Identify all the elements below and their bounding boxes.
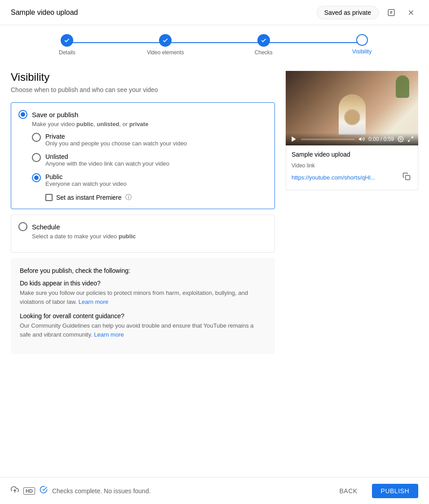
unlisted-radio[interactable] <box>32 153 41 162</box>
progress-bar-container[interactable] <box>301 139 355 140</box>
unlisted-desc: Anyone with the video link can watch you… <box>45 160 169 167</box>
private-option-text: Private Only you and people you choose c… <box>45 133 187 147</box>
private-option[interactable]: Private Only you and people you choose c… <box>32 133 267 147</box>
private-text: private <box>129 121 149 127</box>
save-or-publish-radio[interactable] <box>18 110 27 119</box>
close-button[interactable] <box>404 5 418 20</box>
volume-button[interactable] <box>358 136 365 142</box>
alert-icon <box>387 9 395 17</box>
video-head <box>344 109 360 125</box>
save-or-publish-card[interactable]: Save or publish Make your video public, … <box>11 102 275 209</box>
bottom-left: HD Checks complete. No issues found. <box>11 486 150 496</box>
checklist-item-kids: Do kids appear in this video? Make sure … <box>20 280 266 306</box>
video-link-url[interactable]: https://youtube.com/shorts/qHl... <box>292 174 397 181</box>
schedule-radio[interactable] <box>18 222 27 231</box>
video-controls: 0:00 / 0:59 <box>286 133 418 145</box>
video-plant <box>396 75 409 98</box>
checklist-title: Before you publish, check the following: <box>20 267 266 274</box>
step-video-elements[interactable]: Video elements <box>116 34 215 56</box>
checklist-box: Before you publish, check the following:… <box>11 258 275 354</box>
play-button[interactable] <box>290 136 297 143</box>
step-circle-checks <box>257 34 270 47</box>
schedule-public-text: public <box>119 233 136 240</box>
svg-marker-6 <box>292 136 296 142</box>
checks-complete-icon <box>40 486 48 496</box>
video-container: 0:00 / 0:59 <box>286 71 418 145</box>
left-panel: Visibility Choose when to publish and wh… <box>11 71 275 482</box>
settings-icon <box>398 136 404 142</box>
copy-link-button[interactable] <box>401 171 412 184</box>
video-preview-title: Sample video upload <box>292 151 412 158</box>
schedule-label: Schedule <box>32 223 60 231</box>
step-label-video-elements: Video elements <box>147 49 184 56</box>
checklist-item-kids-desc: Make sure you follow our policies to pro… <box>20 289 266 306</box>
header-right: Saved as private <box>317 5 418 20</box>
unlisted-option[interactable]: Unlisted Anyone with the video link can … <box>32 153 267 167</box>
radio-inner <box>21 112 25 117</box>
private-desc: Only you and people you choose can watch… <box>45 140 187 147</box>
schedule-subtitle: Select a date to make your video public <box>32 233 267 240</box>
public-option[interactable]: Public Everyone can watch your video <box>32 173 267 187</box>
content-desc-text: Our Community Guidelines can help you av… <box>20 322 254 338</box>
play-icon <box>290 136 297 143</box>
page-title: Visibility <box>11 71 275 83</box>
kids-desc-text: Make sure you follow our policies to pro… <box>20 289 248 305</box>
svg-point-8 <box>400 138 402 140</box>
public-option-text: Public Everyone can watch your video <box>45 173 127 187</box>
fullscreen-icon <box>407 136 414 142</box>
svg-rect-11 <box>406 175 410 180</box>
public-radio[interactable] <box>32 173 41 182</box>
schedule-card[interactable]: Schedule Select a date to make your vide… <box>11 215 275 253</box>
svg-line-10 <box>408 140 410 141</box>
visibility-sub-options: Private Only you and people you choose c… <box>32 133 267 202</box>
right-panel: 0:00 / 0:59 Sample video upload Video li… <box>286 71 418 482</box>
time-display: 0:00 / 0:59 <box>368 136 394 142</box>
step-circle-video-elements <box>159 34 172 47</box>
bottom-right: BACK PUBLISH <box>332 484 418 498</box>
volume-icon <box>358 136 365 142</box>
learn-more-kids-link[interactable]: Learn more <box>79 298 108 305</box>
step-checks[interactable]: Checks <box>215 34 313 56</box>
fullscreen-button[interactable] <box>407 136 414 142</box>
video-link-label: Video link <box>292 162 412 169</box>
step-label-details: Details <box>59 49 75 56</box>
video-info: Sample video upload Video link https://y… <box>286 145 418 190</box>
copy-icon <box>402 172 411 180</box>
svg-line-9 <box>411 137 413 139</box>
svg-marker-7 <box>359 137 361 141</box>
step-label-checks: Checks <box>255 49 273 56</box>
checklist-item-content-desc: Our Community Guidelines can help you av… <box>20 321 266 339</box>
step-visibility[interactable]: Visibility <box>313 34 411 55</box>
premiere-row: Set as instant Premiere ⓘ <box>45 193 267 202</box>
public-text: public <box>76 121 93 127</box>
main-content: Visibility Choose when to publish and wh… <box>0 60 429 482</box>
settings-button[interactable] <box>398 136 404 142</box>
public-radio-inner <box>34 175 39 180</box>
unlisted-option-text: Unlisted Anyone with the video link can … <box>45 153 169 167</box>
checklist-item-kids-title: Do kids appear in this video? <box>20 280 266 287</box>
help-icon[interactable]: ⓘ <box>125 193 132 202</box>
close-icon <box>407 9 415 17</box>
public-label: Public <box>45 173 127 180</box>
save-or-publish-label: Save or publish <box>32 111 78 118</box>
save-or-publish-subtitle: Make your video public, unlisted, or pri… <box>32 121 267 127</box>
publish-button[interactable]: PUBLISH <box>372 484 418 498</box>
private-radio[interactable] <box>32 133 41 142</box>
unlisted-label: Unlisted <box>45 153 169 160</box>
header-title: Sample video upload <box>11 9 78 17</box>
bottom-bar: HD Checks complete. No issues found. BAC… <box>0 477 429 504</box>
alert-icon-button[interactable] <box>384 5 398 20</box>
header: Sample video upload Saved as private <box>0 0 429 25</box>
hd-badge: HD <box>23 487 35 495</box>
schedule-header: Schedule <box>18 222 267 231</box>
back-button[interactable]: BACK <box>332 484 364 498</box>
video-link-row: https://youtube.com/shorts/qHl... <box>292 171 412 184</box>
premiere-checkbox[interactable] <box>45 194 53 201</box>
checklist-item-content-title: Looking for overall content guidance? <box>20 312 266 320</box>
stepper: Details Video elements Checks Visibility <box>0 25 429 60</box>
step-label-visibility: Visibility <box>352 48 372 55</box>
learn-more-content-link[interactable]: Learn more <box>94 331 124 338</box>
step-details[interactable]: Details <box>18 34 116 56</box>
public-desc: Everyone can watch your video <box>45 180 127 187</box>
premiere-label: Set as instant Premiere <box>56 194 122 201</box>
